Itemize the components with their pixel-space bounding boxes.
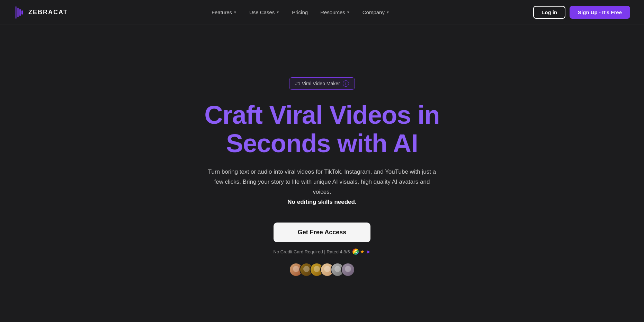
trust-text: No Credit Card Required | Rated 4.8/5 — [274, 249, 350, 254]
nav-item-company[interactable]: Company ▼ — [358, 7, 394, 18]
hero-subtitle: Turn boring text or audio into viral vid… — [204, 167, 440, 207]
logo-text: ZEBRACAT — [28, 9, 68, 16]
nav-item-resources[interactable]: Resources ▼ — [315, 7, 355, 18]
chevron-down-icon: ▼ — [233, 10, 237, 14]
chevron-down-icon: ▼ — [276, 10, 279, 14]
nav-item-use-cases[interactable]: Use Cases ▼ — [244, 7, 284, 18]
nav-item-pricing[interactable]: Pricing — [287, 7, 313, 18]
navbar: ZEBRACAT Features ▼ Use Cases ▼ Pricing … — [0, 0, 644, 25]
google-icon: G — [352, 249, 359, 255]
nav-actions: Log in Sign Up - It's Free — [533, 6, 630, 19]
nav-item-features[interactable]: Features ▼ — [207, 7, 242, 18]
login-button[interactable]: Log in — [533, 6, 565, 19]
hero-cta-wrapper: Get Free Access No Credit Card Required … — [274, 223, 371, 277]
hero-section: #1 Viral Video Maker i Craft Viral Video… — [0, 25, 644, 322]
star-icon: ★ — [360, 249, 365, 254]
chevron-down-icon: ▼ — [347, 10, 350, 14]
signup-button[interactable]: Sign Up - It's Free — [570, 6, 630, 19]
avatar — [341, 263, 355, 277]
chevron-down-icon: ▼ — [386, 10, 390, 14]
svg-rect-3 — [21, 10, 23, 15]
user-avatars — [289, 263, 355, 277]
info-icon[interactable]: i — [343, 80, 349, 87]
trust-line: No Credit Card Required | Rated 4.8/5 G … — [274, 249, 371, 255]
logo-icon — [14, 6, 25, 19]
send-icon: ➤ — [366, 249, 370, 255]
hero-title: Craft Viral Videos in Seconds with AI — [204, 101, 440, 157]
logo-link[interactable]: ZEBRACAT — [14, 6, 68, 19]
svg-rect-0 — [15, 6, 17, 19]
trust-icons: G ★ ➤ — [352, 249, 370, 255]
svg-rect-2 — [19, 9, 21, 16]
get-free-access-button[interactable]: Get Free Access — [274, 223, 370, 242]
badge-text: #1 Viral Video Maker — [295, 81, 340, 86]
nav-links: Features ▼ Use Cases ▼ Pricing Resources… — [68, 7, 533, 18]
svg-rect-1 — [17, 8, 19, 17]
badge: #1 Viral Video Maker i — [289, 77, 355, 90]
